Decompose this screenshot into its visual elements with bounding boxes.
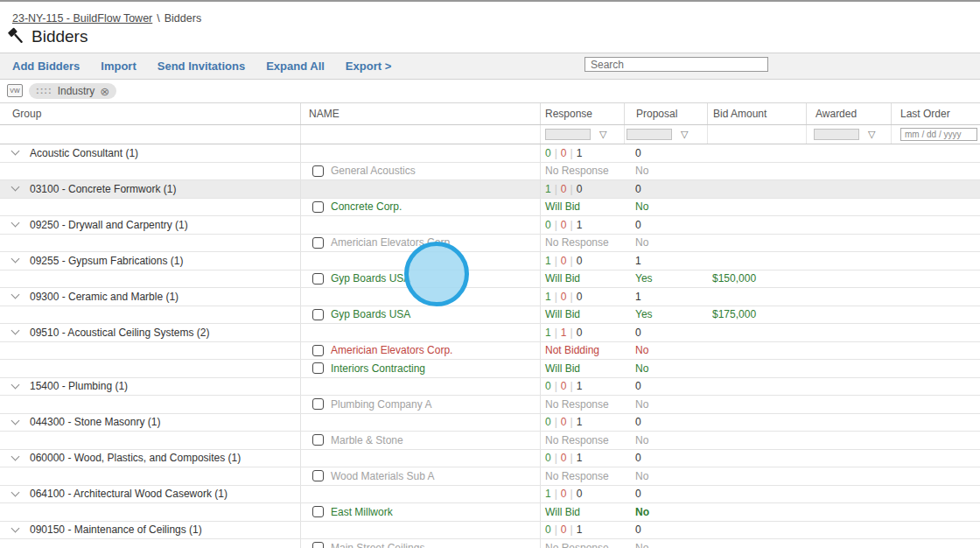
chevron-down-icon[interactable]	[11, 147, 20, 156]
chevron-down-icon[interactable]	[11, 183, 20, 192]
awarded-cell	[806, 432, 891, 449]
export-button[interactable]: Export >	[346, 60, 391, 73]
bidder-name[interactable]: Marble & Stone	[331, 434, 403, 446]
proposal-filter-input[interactable]	[626, 129, 672, 140]
bidder-name[interactable]: Gyp Boards USA	[331, 272, 410, 285]
chevron-down-icon[interactable]	[11, 488, 20, 496]
group-row: 09250 - Drywall and Carpentry (1)0|0|10	[0, 216, 980, 235]
row-checkbox[interactable]	[312, 237, 324, 249]
bid-amount-cell	[707, 539, 806, 548]
bidder-name[interactable]: Americian Elevators Corp.	[331, 344, 452, 356]
column-header-bid-amount[interactable]: Bid Amount	[707, 103, 806, 124]
proposal-cell: No	[624, 396, 707, 413]
bidder-name[interactable]: Interiors Contracting	[331, 362, 425, 375]
row-checkbox[interactable]	[312, 398, 324, 410]
name-cell	[300, 378, 540, 396]
last-order-date-filter-input[interactable]	[900, 128, 977, 141]
proposal-cell: 0	[624, 216, 707, 234]
proposal-cell: 0	[624, 414, 707, 432]
name-cell: Gyp Boards USA	[300, 270, 540, 288]
group-row: Acoustic Consultant (1)0|0|10	[0, 144, 980, 163]
awarded-cell	[806, 414, 891, 432]
count-will-bid: 1	[545, 255, 551, 267]
column-header-name[interactable]: NAME	[300, 103, 540, 124]
group-row: 090150 - Maintenance of Ceilings (1)0|0|…	[0, 522, 980, 540]
awarded-filter-funnel-icon[interactable]: ▽	[868, 129, 875, 140]
chevron-down-icon[interactable]	[11, 523, 20, 532]
row-checkbox[interactable]	[312, 434, 324, 446]
title-row: Bidders	[7, 27, 88, 46]
row-checkbox[interactable]	[312, 273, 324, 285]
bidder-name[interactable]: Americian Elevators Corp	[331, 236, 450, 249]
bid-amount-cell	[707, 342, 806, 360]
column-header-response[interactable]: Response	[540, 103, 624, 124]
group-cell: 044300 - Stone Masonry (1)	[0, 414, 300, 432]
bidder-name[interactable]: Concrete Corp.	[331, 200, 402, 213]
response-filter-funnel-icon[interactable]: ▽	[599, 129, 606, 140]
page-title: Bidders	[32, 27, 88, 46]
row-checkbox[interactable]	[312, 309, 324, 320]
expand-all-button[interactable]: Expand All	[266, 60, 325, 73]
response-filter-input[interactable]	[545, 129, 591, 140]
name-cell: Americian Elevators Corp.	[300, 342, 540, 360]
chevron-down-icon[interactable]	[11, 327, 20, 335]
bidder-name[interactable]: Plumbing Company A	[331, 398, 431, 411]
proposal-filter-funnel-icon[interactable]: ▽	[681, 129, 688, 140]
column-header-proposal[interactable]: Proposal	[624, 103, 707, 124]
drag-handle-icon[interactable]: ::::	[36, 85, 52, 95]
column-header-awarded[interactable]: Awarded	[806, 103, 891, 124]
top-divider	[0, 0, 980, 2]
group-row: 064100 - Architectural Wood Casework (1)…	[0, 486, 980, 504]
row-checkbox[interactable]	[312, 165, 324, 177]
column-header-last-order[interactable]: Last Order	[891, 103, 980, 124]
count-no-response: 0	[577, 255, 583, 267]
chevron-down-icon[interactable]	[11, 416, 20, 425]
bidder-name[interactable]: Wood Materials Sub A	[331, 470, 435, 482]
chevron-down-icon[interactable]	[11, 380, 20, 389]
add-bidders-button[interactable]: Add Bidders	[12, 60, 80, 73]
chevron-down-icon[interactable]	[11, 219, 20, 228]
response-counts: 0|0|1	[540, 378, 624, 396]
bid-amount-cell	[707, 467, 806, 485]
chevron-down-icon[interactable]	[11, 452, 20, 460]
bid-amount-cell	[707, 503, 806, 521]
row-checkbox[interactable]	[312, 506, 324, 517]
last-order-cell	[891, 252, 980, 270]
last-order-cell	[891, 450, 980, 467]
chevron-down-icon[interactable]	[11, 255, 20, 263]
bidder-name[interactable]: Gyp Boards USA	[331, 308, 410, 320]
view-toggle-icon[interactable]: VW	[7, 84, 23, 97]
count-not-bidding: 0	[561, 380, 567, 392]
group-by-industry-chip[interactable]: :::: Industry ⊗	[29, 83, 116, 99]
row-checkbox[interactable]	[312, 542, 324, 548]
group-cell: 15400 - Plumbing (1)	[0, 378, 300, 396]
bidder-name[interactable]: General Acoustics	[331, 165, 416, 177]
chevron-down-icon[interactable]	[11, 291, 20, 299]
count-will-bid: 0	[545, 452, 551, 464]
bidder-name[interactable]: East Millwork	[331, 506, 393, 518]
response-counts: 1|0|0	[540, 252, 624, 270]
awarded-cell	[806, 270, 891, 288]
breadcrumb: 23-NY-115 - BuildFlow Tower\Bidders	[12, 12, 201, 25]
last-order-cell	[891, 522, 980, 539]
count-not-bidding: 0	[561, 183, 567, 195]
awarded-cell	[806, 378, 891, 396]
name-cell: Marble & Stone	[300, 432, 540, 449]
row-checkbox[interactable]	[312, 362, 324, 374]
group-label: 09510 - Acoustical Ceiling Systems (2)	[30, 327, 209, 339]
send-invitations-button[interactable]: Send Invitations	[158, 60, 245, 73]
import-button[interactable]: Import	[101, 60, 136, 73]
awarded-filter-input[interactable]	[814, 129, 859, 140]
chip-remove-icon[interactable]: ⊗	[100, 85, 109, 98]
breadcrumb-project-link[interactable]: 23-NY-115 - BuildFlow Tower	[12, 12, 152, 25]
search-input[interactable]	[584, 57, 768, 72]
row-checkbox[interactable]	[312, 470, 324, 481]
row-checkbox[interactable]	[312, 345, 324, 356]
column-header-group[interactable]: Group	[0, 103, 300, 124]
name-cell: East Millwork	[300, 503, 540, 521]
group-cell	[0, 163, 300, 180]
last-order-cell	[891, 503, 980, 521]
last-order-cell	[891, 235, 980, 252]
row-checkbox[interactable]	[312, 201, 324, 213]
bidder-name[interactable]: Main Street Ceilings	[331, 542, 424, 548]
